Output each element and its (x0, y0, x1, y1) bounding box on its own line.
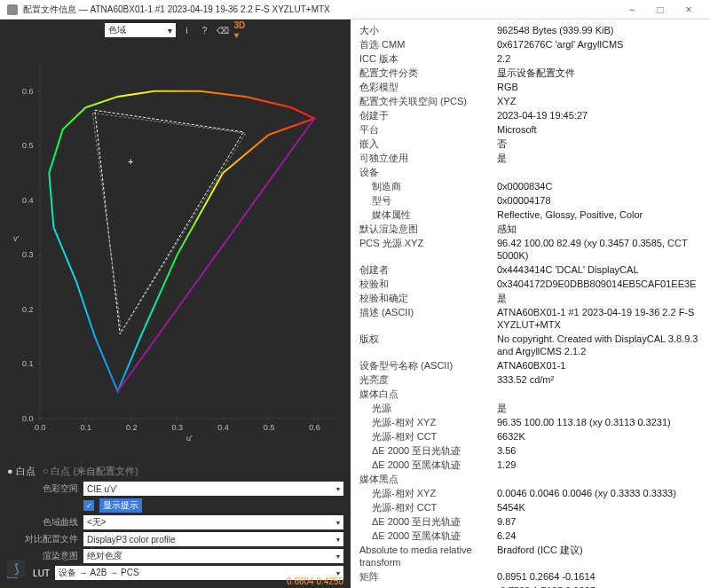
info-row: 光亮度333.52 cd/m² (351, 372, 710, 387)
show-hint-check[interactable]: ✓ (83, 500, 94, 511)
whitepoint-radio[interactable]: ● 白点 (7, 465, 36, 478)
whitepoint-profile-radio[interactable]: ○ 白点 (来自配置文件) (43, 465, 138, 478)
info-row: 设备 (351, 165, 710, 179)
info-row: PCS 光源 XYZ96.42 100.00 82.49 (xy 0.3457 … (351, 236, 710, 263)
info-row: ICC 版本2.2 (351, 51, 710, 66)
diagram-mode-select[interactable]: 色域 (105, 23, 176, 37)
info-row: 设备型号名称 (ASCII)ATNA60BX01-1 (351, 358, 710, 372)
info-row: 光源-相对 XYZ0.0046 0.0046 0.0046 (xy 0.3333… (351, 486, 710, 500)
lut-label: LUT (23, 568, 50, 578)
svg-text:0.3: 0.3 (22, 250, 34, 259)
info-row: 大小962548 Bytes (939.99 KiB) (351, 23, 710, 37)
svg-text:0.5: 0.5 (264, 423, 275, 432)
info-row: 色彩模型RGB (351, 80, 710, 94)
info-row: 嵌入否 (351, 137, 710, 151)
minimize-button[interactable]: − (618, 4, 646, 16)
info-row: 可独立使用是 (351, 151, 710, 165)
close-button[interactable]: × (674, 4, 703, 16)
clear-icon[interactable]: ⌫ (217, 24, 229, 36)
info-row: 创建于2023-04-19 19:45:27 (351, 108, 710, 122)
svg-text:0.1: 0.1 (81, 423, 92, 432)
info-row: ΔE 2000 至日光轨迹9.87 (351, 514, 710, 529)
info-icon[interactable]: i (181, 24, 193, 36)
info-row: -0.7502 1.7135 0.0367 (351, 584, 710, 588)
info-row: 创建者0x4443414C 'DCAL' DisplayCAL (351, 263, 710, 277)
three-d-toggle[interactable]: 3D ▾ (234, 24, 247, 36)
info-row: 校验和确定是 (351, 291, 710, 305)
chart-panel: 色域 i ? ⌫ 3D ▾ 0.00.10.20.30.40.50.60.00.… (0, 20, 351, 588)
info-row: 媒体白点 (351, 387, 710, 401)
info-row: 矩阵0.8951 0.2664 -0.1614 (351, 569, 710, 584)
compare-select[interactable]: DisplayP3 color profile (83, 532, 343, 546)
info-row: 媒体黑点 (351, 472, 710, 486)
info-row: 描述 (ASCII)ATNA60BX01-1 #1 2023-04-19 19-… (351, 305, 710, 332)
ri-select[interactable]: 绝对色度 (83, 549, 343, 563)
svg-text:0.6: 0.6 (22, 87, 34, 96)
svg-text:0.2: 0.2 (22, 305, 34, 314)
info-row: 默认渲染意图感知 (351, 222, 710, 236)
help-icon[interactable]: ? (199, 24, 211, 36)
chart-toolbar: 色域 i ? ⌫ 3D ▾ (0, 20, 351, 41)
info-row: 光源-相对 CCT6632K (351, 429, 710, 443)
info-row: ΔE 2000 至黑体轨迹6.24 (351, 529, 710, 543)
info-row: 校验和0x3404172D9E0DBB809014EB5CAF01EE3E (351, 277, 710, 291)
info-row: 光源-相对 CCT5454K (351, 500, 710, 514)
gamut-curve-label: 色域曲线 (7, 516, 78, 529)
info-row: ΔE 2000 至黑体轨迹1.29 (351, 458, 710, 472)
svg-text:0.1: 0.1 (22, 359, 34, 368)
info-row: 制造商0x0000834C (351, 179, 710, 193)
info-row: 平台Microsoft (351, 122, 710, 137)
svg-text:0.2: 0.2 (126, 423, 138, 432)
svg-text:v': v' (13, 234, 20, 243)
gamut-curve-select[interactable]: <无> (83, 515, 343, 529)
titlebar: 配置文件信息 — ATNA60BX01-1 #1 2023-04-19 19-3… (0, 0, 710, 20)
info-row: 首选 CMM0x6172676C 'argl' ArgyllCMS (351, 37, 710, 51)
svg-text:0.0: 0.0 (35, 423, 46, 432)
window-title: 配置文件信息 — ATNA60BX01-1 #1 2023-04-19 19-3… (23, 4, 618, 16)
info-row: ΔE 2000 至日光轨迹3.56 (351, 443, 710, 458)
info-row: 配置文件分类显示设备配置文件 (351, 66, 710, 80)
maximize-button[interactable]: □ (646, 4, 674, 16)
compare-label: 对比配置文件 (7, 533, 78, 545)
svg-text:0.4: 0.4 (22, 196, 34, 205)
info-panel[interactable]: 大小962548 Bytes (939.99 KiB)首选 CMM0x61726… (351, 20, 710, 588)
colorspace-select[interactable]: CIE u'v' (83, 482, 343, 496)
svg-text:u': u' (186, 434, 193, 443)
info-row: 光源是 (351, 401, 710, 415)
svg-text:0.6: 0.6 (309, 423, 320, 432)
svg-text:0.4: 0.4 (217, 423, 229, 432)
app-watermark: ⟆ (7, 560, 25, 577)
svg-text:0.3: 0.3 (172, 423, 184, 432)
info-row: Absolute to media relative transformBrad… (351, 543, 710, 569)
svg-text:+: + (128, 156, 133, 167)
app-icon (7, 4, 18, 15)
svg-text:0.0: 0.0 (22, 414, 34, 423)
colorspace-label: 色彩空间 (7, 482, 78, 495)
info-row: 型号0x00004178 (351, 193, 710, 208)
show-hint-label: 显示提示 (99, 498, 142, 513)
info-row: 光源-相对 XYZ96.35 100.00 113.18 (xy 0.3113 … (351, 415, 710, 429)
cursor-coords: 0.6604 0.4250 (287, 576, 343, 586)
info-row: 媒体属性Reflective, Glossy, Positive, Color (351, 208, 710, 222)
info-row: 配置文件关联空间 (PCS)XYZ (351, 94, 710, 108)
svg-text:0.5: 0.5 (22, 141, 34, 150)
info-row: 版权No copyright. Created with DisplayCAL … (351, 332, 710, 358)
chart-controls: ● 白点 ○ 白点 (来自配置文件) 色彩空间 CIE u'v' ✓ 显示提示 … (0, 459, 351, 588)
chromaticity-diagram[interactable]: 0.00.10.20.30.40.50.60.00.10.20.30.40.50… (0, 41, 351, 459)
